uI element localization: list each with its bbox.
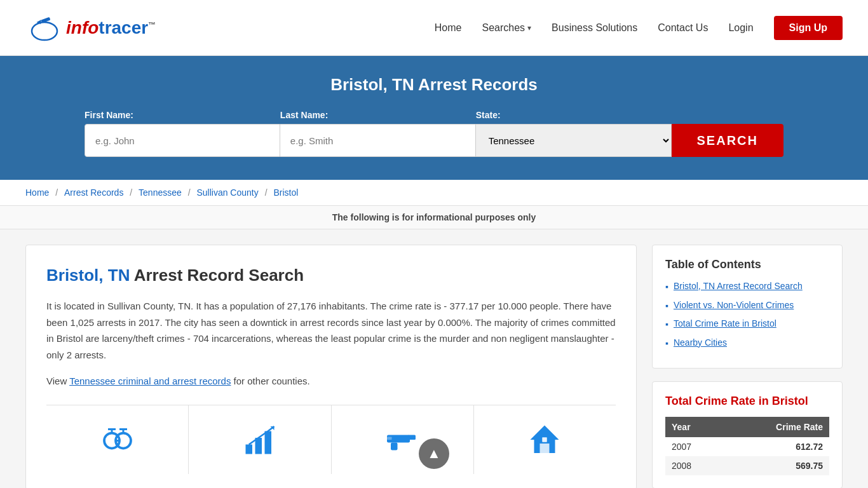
toc-item-3: Total Crime Rate in Bristol	[665, 318, 829, 330]
search-form: First Name: Last Name: State: Tennessee …	[85, 110, 783, 157]
nav-business-solutions[interactable]: Business Solutions	[552, 22, 637, 34]
breadcrumb-sep-3: /	[188, 187, 193, 198]
nav-searches[interactable]: Searches	[482, 22, 525, 34]
hero-section: Bristol, TN Arrest Records First Name: L…	[0, 56, 868, 180]
first-name-group: First Name:	[85, 110, 280, 157]
content-view-text: View	[46, 376, 69, 386]
breadcrumb-tennessee[interactable]: Tennessee	[139, 187, 182, 198]
breadcrumb-sep-4: /	[265, 187, 270, 198]
handcuffs-icon	[98, 421, 137, 459]
breadcrumb-sullivan-county[interactable]: Sullivan County	[196, 187, 258, 198]
toc-item-4: Nearby Cities	[665, 337, 829, 349]
main-nav: Home Searches ▾ Business Solutions Conta…	[435, 16, 843, 40]
nav-home[interactable]: Home	[435, 22, 462, 34]
logo-tm: ™	[148, 20, 156, 29]
content-heading-blue: Bristol, TN	[46, 266, 130, 285]
logo-tracer-text: tracer	[98, 18, 148, 37]
gun-icon	[383, 421, 421, 459]
info-banner-text: The following is for informational purpo…	[332, 212, 536, 222]
house-icon-item	[474, 405, 616, 474]
chart-icon-item	[189, 405, 331, 474]
state-select[interactable]: Tennessee	[476, 124, 672, 157]
logo[interactable]: infotracer™	[25, 12, 156, 44]
svg-rect-10	[245, 444, 252, 454]
col-year: Year	[665, 417, 723, 437]
house-icon	[526, 421, 564, 459]
svg-rect-15	[408, 435, 416, 440]
table-header-row: Year Crime Rate	[665, 417, 829, 437]
hero-title: Bristol, TN Arrest Records	[25, 75, 843, 95]
crime-rate-title: Total Crime Rate in Bristol	[665, 395, 829, 408]
svg-point-0	[32, 22, 57, 40]
logo-icon	[25, 12, 64, 44]
last-name-group: Last Name:	[280, 110, 476, 157]
chevron-down-icon: ▾	[527, 24, 531, 32]
content-right: Table of Contents Bristol, TN Arrest Rec…	[652, 245, 843, 488]
first-name-input[interactable]	[85, 124, 280, 157]
toc-item-2: Violent vs. Non-Violent Crimes	[665, 299, 829, 312]
breadcrumb-sep-2: /	[130, 187, 135, 198]
last-name-input[interactable]	[280, 124, 476, 157]
content-view-link-line: View Tennessee criminal and arrest recor…	[46, 373, 616, 390]
toc-box: Table of Contents Bristol, TN Arrest Rec…	[652, 245, 843, 369]
content-heading: Bristol, TN Arrest Record Search	[46, 266, 616, 285]
state-label: State:	[476, 110, 672, 120]
breadcrumb-arrest-records[interactable]: Arrest Records	[64, 187, 123, 198]
breadcrumb-home[interactable]: Home	[25, 187, 49, 198]
nav-contact-us[interactable]: Contact Us	[658, 22, 708, 34]
svg-rect-20	[543, 437, 548, 442]
toc-item-1: Bristol, TN Arrest Record Search	[665, 280, 829, 293]
row-year-2008: 2008	[665, 456, 723, 475]
scroll-top-button[interactable]: ▲	[419, 438, 449, 469]
last-name-label: Last Name:	[280, 110, 476, 120]
content-view-rest: for other counties.	[231, 376, 309, 386]
first-name-label: First Name:	[85, 110, 280, 120]
nav-searches-wrapper[interactable]: Searches ▾	[482, 22, 531, 34]
nav-login[interactable]: Login	[728, 22, 753, 34]
table-row: 2007 612.72	[665, 437, 829, 456]
breadcrumb: Home / Arrest Records / Tennessee / Sull…	[0, 180, 868, 206]
table-row: 2008 569.75	[665, 456, 829, 475]
col-crime-rate: Crime Rate	[723, 417, 829, 437]
gun-icon-item	[332, 405, 474, 474]
toc-link-1[interactable]: Bristol, TN Arrest Record Search	[674, 280, 803, 293]
logo-info-text: info	[66, 18, 98, 37]
breadcrumb-bristol[interactable]: Bristol	[273, 187, 298, 198]
crime-rate-box: Total Crime Rate in Bristol Year Crime R…	[652, 381, 843, 488]
content-view-link[interactable]: Tennessee criminal and arrest records	[69, 376, 231, 386]
nav-signup[interactable]: Sign Up	[774, 16, 843, 40]
search-button[interactable]: SEARCH	[672, 124, 783, 157]
toc-list: Bristol, TN Arrest Record Search Violent…	[665, 280, 829, 349]
svg-rect-17	[387, 437, 392, 440]
breadcrumb-sep-1: /	[55, 187, 60, 198]
row-rate-2008: 569.75	[723, 456, 829, 475]
svg-rect-12	[264, 431, 271, 454]
content-heading-rest: Arrest Record Search	[130, 266, 304, 285]
crime-rate-table: Year Crime Rate 2007 612.72 2008 569.75	[665, 417, 829, 475]
handcuffs-icon-item	[46, 405, 189, 474]
toc-link-3[interactable]: Total Crime Rate in Bristol	[674, 318, 776, 330]
svg-rect-16	[391, 442, 398, 450]
content-left: Bristol, TN Arrest Record Search It is l…	[25, 245, 637, 488]
row-year-2007: 2007	[665, 437, 723, 456]
content-paragraph: It is located in Sullivan County, TN. It…	[46, 298, 616, 363]
toc-title: Table of Contents	[665, 258, 829, 271]
state-group: State: Tennessee	[476, 110, 672, 157]
chart-icon	[241, 421, 279, 459]
svg-rect-19	[540, 444, 550, 453]
toc-link-4[interactable]: Nearby Cities	[674, 337, 727, 349]
icons-row	[46, 405, 616, 474]
info-banner: The following is for informational purpo…	[0, 206, 868, 229]
header: infotracer™ Home Searches ▾ Business Sol…	[0, 0, 868, 56]
row-rate-2007: 612.72	[723, 437, 829, 456]
toc-link-2[interactable]: Violent vs. Non-Violent Crimes	[674, 299, 794, 312]
